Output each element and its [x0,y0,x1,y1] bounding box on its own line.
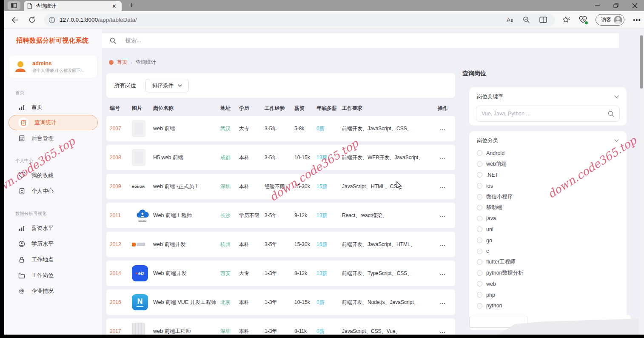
sidebar-item[interactable]: 首页 [4,99,102,115]
sidebar-item[interactable]: 个人中心 [4,183,102,199]
site-info-icon[interactable] [48,17,55,23]
search-icon[interactable] [608,111,614,117]
job-title: Web 前端 VUE 开发工程师 [153,299,220,306]
sidebar-item[interactable]: 查询统计 [9,115,98,130]
category-option[interactable]: c [469,246,627,257]
sidebar-item[interactable]: 工作地点 [4,252,102,267]
job-requirements: React、react框架、 [342,212,434,219]
job-experience: 3-5年 [265,154,294,161]
table-row[interactable]: 2008 H5 web 前端 成都 本科 3-5年 10-15k 13薪 前端开… [106,145,455,170]
job-id: 2017 [110,328,132,334]
essentials-status-badge [584,21,588,25]
category-option[interactable]: web前端 [469,159,627,170]
query-panel-title: 查询岗位 [462,70,486,77]
new-tab-button[interactable]: + [128,0,135,9]
radio-icon[interactable] [477,161,482,167]
radio-icon[interactable] [477,292,482,298]
radio-icon[interactable] [477,281,482,286]
chevron-down-icon[interactable] [614,95,619,98]
zoom-out-icon[interactable] [523,16,530,23]
address-bar[interactable]: 127.0.0.1:8000/app/tableData/ A [44,14,555,26]
table-row[interactable]: 2009 HONOR web 前端 -正式员工 深圳 本科 经验不限 15-30… [106,174,455,199]
row-actions-button[interactable]: ... [434,126,452,132]
restore-button[interactable] [607,0,625,11]
keyword-input[interactable]: Vue, Java, Python ... [476,106,620,122]
radio-icon[interactable] [477,226,482,232]
browser-essentials-button[interactable] [579,16,587,23]
profile-button[interactable]: 访客 [596,14,624,26]
table-row[interactable]: 2012 web 前端开发 杭州 本科 3-5年 15-30k 16薪 前端开发… [106,232,455,257]
category-option[interactable]: flutter工程师 [469,257,627,268]
category-option[interactable]: Android [469,148,627,159]
tab-actions-button[interactable] [8,1,20,10]
keyword-placeholder: Vue, Java, Python ... [482,111,608,117]
radio-icon[interactable] [477,194,482,200]
sidebar-item[interactable]: 工作岗位 [4,267,102,283]
radio-icon[interactable] [477,216,482,221]
sidebar-item[interactable]: 后台管理 [4,130,102,146]
sidebar-item[interactable]: 企业情况 [4,283,102,299]
table-row[interactable]: 2014 eiz Web 前端开发 西安 大专 1-3年 8-12k 13薪 前… [106,261,455,286]
category-option[interactable]: uni [469,224,627,235]
global-search-bar[interactable]: 搜索... [102,33,619,48]
row-actions-button[interactable]: ... [434,328,452,334]
sort-dropdown[interactable]: 排序条件 [145,79,189,92]
sidebar-item[interactable]: 学历水平 [4,236,102,252]
read-aloud-button[interactable]: A [507,17,513,23]
user-card[interactable]: admins 这个人很懒,什么都没留下... [9,56,97,78]
row-actions-button[interactable]: ... [434,155,452,160]
table-row[interactable]: 2011 cloudso Web 前端工程师 长沙 学历不限 3-5年 9-12… [106,203,455,228]
favorites-icon[interactable] [562,16,570,23]
column-header: 年底多薪 [316,105,342,112]
row-actions-button[interactable]: ... [434,241,452,247]
category-option[interactable]: 微信小程序 [469,191,627,202]
row-actions-button[interactable]: ... [434,183,452,189]
chevron-down-icon[interactable] [614,139,619,142]
radio-icon[interactable] [477,270,482,276]
category-option[interactable]: 移动端 [469,202,627,213]
category-option[interactable]: python数据分析 [469,268,627,279]
job-experience: 经验不限 [265,183,294,190]
sidebar-section-label: 个人中心 [15,158,102,164]
radio-icon[interactable] [477,205,482,210]
table-row[interactable]: 2017 web 前端工程师 深圳 本科 1-3年 8-11k 0薪 JavaS… [106,318,455,335]
table-row[interactable]: 2016 N Web 前端 VUE 开发工程师 北京 本科 1-3年 10-15… [106,289,455,315]
row-actions-button[interactable]: ... [434,270,452,276]
back-button[interactable] [9,14,21,26]
radio-icon[interactable] [477,259,482,265]
refresh-button[interactable] [26,14,38,26]
table-row[interactable]: 2007 web 前端 武汉 大专 3-5年 5-8k 0薪 前端开发、Java… [106,116,455,141]
split-screen-icon[interactable] [539,17,547,23]
job-degree: 大专 [239,125,265,132]
tab-close-icon[interactable]: ✕ [110,3,118,10]
row-actions-button[interactable]: ... [434,299,452,305]
job-id: 2007 [110,126,132,132]
scrollbar-thumb[interactable] [640,35,643,89]
close-window-button[interactable] [625,0,644,11]
radio-icon[interactable] [477,183,482,189]
sidebar-item[interactable]: 薪资水平 [4,220,102,236]
breadcrumb-home-link[interactable]: 首页 [117,59,127,66]
category-option[interactable]: .NET [469,169,627,180]
sidebar-item[interactable]: 我的收藏 [4,167,102,183]
browser-menu-button[interactable]: ••• [633,16,641,23]
minimize-icon [595,3,600,8]
job-requirements: 前端开发、Node.js、JavaScript、 [342,299,434,306]
category-option[interactable]: go [469,235,627,246]
category-option[interactable]: python [469,300,627,311]
job-degree: 大专 [239,270,265,277]
radio-icon[interactable] [477,238,482,243]
category-option[interactable]: ios [469,180,627,192]
page-scrollbar[interactable] [639,29,644,335]
minimize-button[interactable] [588,0,607,11]
job-degree: 本科 [239,328,265,335]
category-option[interactable]: web [469,278,627,289]
row-actions-button[interactable]: ... [434,212,452,218]
browser-tab[interactable]: 查询统计 ✕ [24,1,122,11]
radio-icon[interactable] [477,150,482,156]
radio-icon[interactable] [477,172,482,178]
radio-icon[interactable] [477,303,482,309]
category-option[interactable]: java [469,213,627,224]
category-option[interactable]: php [469,289,627,301]
radio-icon[interactable] [477,249,482,254]
